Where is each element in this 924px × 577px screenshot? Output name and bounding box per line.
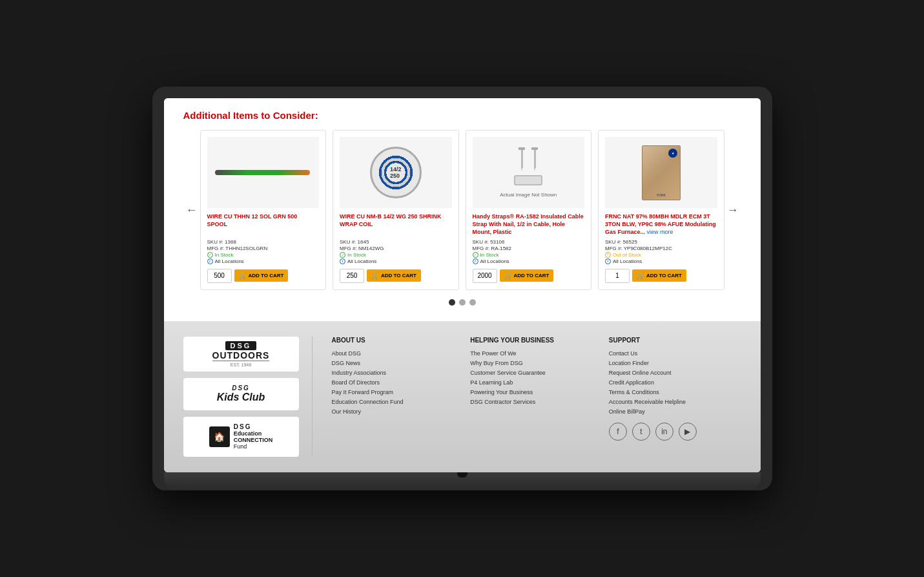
out-of-stock-icon <box>605 252 611 258</box>
product-image-wire-coil: 14/2250 <box>340 137 452 208</box>
location-cable-strap: All Locations <box>473 258 585 264</box>
twitter-button[interactable]: t <box>632 423 650 441</box>
view-more-link[interactable]: view more <box>647 229 673 235</box>
about-us-title: ABOUT US <box>332 337 458 344</box>
product-sku-wire-coil: SKU #: 1645 <box>340 239 452 245</box>
energy-star-badge: ★ <box>668 149 677 158</box>
edu-connection: CONNECTION <box>234 437 273 443</box>
dsg-news-link[interactable]: DSG News <box>332 360 458 366</box>
linkedin-button[interactable]: in <box>655 423 673 441</box>
in-stock-icon <box>207 252 213 258</box>
cart-icon: 🛒 <box>371 272 379 279</box>
cart-row-furnace: 🛒 ADD TO CART <box>605 269 717 283</box>
accounts-receivable-link[interactable]: Accounts Receivable Helpline <box>609 399 735 405</box>
product-mfg-cable-strap: MFG #: RA-1582 <box>473 246 585 251</box>
education-connection-logo: 🏠 DSG Education CONNECTION Fund <box>183 417 299 457</box>
customer-service-link[interactable]: Customer Service Guarantee <box>470 370 596 376</box>
edu-icon: 🏠 <box>214 432 225 442</box>
dsg-outdoors-logo: DSG OUTDOORS EST. 1948 <box>183 337 299 372</box>
additional-items-section: Additional Items to Consider: ← WIRE CU … <box>164 98 761 320</box>
laptop-base <box>164 472 761 490</box>
industry-associations-link[interactable]: Industry Associations <box>332 370 458 376</box>
cart-icon: 🛒 <box>637 272 644 279</box>
not-shown-text: Actual Image Not Shown <box>500 192 557 198</box>
add-to-cart-cable-strap[interactable]: 🛒 ADD TO CART <box>500 269 554 282</box>
not-shown-placeholder: Actual Image Not Shown <box>473 137 585 208</box>
cart-row-wire-coil: 🛒 ADD TO CART <box>340 269 452 283</box>
product-mfg-wire-green: MFG #: THHN12SOLGRN <box>207 246 320 251</box>
product-image-cable-strap: Actual Image Not Shown <box>473 137 585 208</box>
add-to-cart-wire-coil[interactable]: 🛒 ADD TO CART <box>367 269 421 282</box>
location-wire-green: All Locations <box>207 258 320 264</box>
request-online-account-link[interactable]: Request Online Account <box>609 370 735 376</box>
qty-input-furnace[interactable] <box>605 269 630 283</box>
footer-col-support: SUPPORT Contact Us Location Finder Reque… <box>602 337 741 457</box>
qty-input-cable-strap[interactable] <box>473 269 497 283</box>
carousel-dots <box>183 299 741 306</box>
dsg-label: DSG <box>225 341 257 350</box>
location-icon <box>473 258 478 264</box>
kids-club-logo: DSG Kids Club <box>183 378 299 410</box>
edu-text: DSG Education CONNECTION Fund <box>234 423 273 450</box>
edu-icon-box: 🏠 <box>209 426 230 447</box>
cart-icon: 🛒 <box>504 272 512 279</box>
powering-business-link[interactable]: Powering Your Business <box>470 389 596 395</box>
edu-fund: Fund <box>234 443 273 450</box>
product-card-wire-green: WIRE CU THHN 12 SOL GRN 500 SPOOL SKU #:… <box>200 130 327 289</box>
stock-in-wire-coil: In Stock <box>340 252 452 258</box>
cart-icon: 🛒 <box>239 272 247 279</box>
cart-row-cable-strap: 🛒 ADD TO CART <box>473 269 585 283</box>
our-history-link[interactable]: Our History <box>332 408 458 415</box>
location-finder-link[interactable]: Location Finder <box>609 360 735 366</box>
carousel-next-button[interactable]: → <box>724 201 741 220</box>
carousel-dot-3[interactable] <box>469 299 476 306</box>
add-to-cart-furnace[interactable]: 🛒 ADD TO CART <box>632 269 686 282</box>
product-sku-furnace: SKU #: 56525 <box>605 239 717 245</box>
nail-visual-1 <box>518 147 525 171</box>
dsg-kids-label: DSG <box>232 384 250 392</box>
edu-education: Education <box>234 430 273 437</box>
qty-input-wire-coil[interactable] <box>340 269 364 283</box>
why-buy-link[interactable]: Why Buy From DSG <box>470 360 596 366</box>
helping-title: HELPING YOUR BUSINESS <box>470 337 596 344</box>
product-title-cable-strap: Handy Straps® RA-1582 Insulated Cable St… <box>473 213 585 236</box>
products-grid: WIRE CU THHN 12 SOL GRN 500 SPOOL SKU #:… <box>200 130 724 289</box>
pay-it-forward-link[interactable]: Pay It Forward Program <box>332 389 458 395</box>
carousel-prev-button[interactable]: ← <box>183 201 200 220</box>
furnace-brand-label: YORK <box>657 193 666 197</box>
product-title-furnace: FRNC NAT 97% 80MBH MDLR ECM 3T 3TON BLW,… <box>605 213 717 236</box>
nail-visual-2 <box>531 147 538 171</box>
footer-logos: DSG OUTDOORS EST. 1948 DSG Kids Club <box>183 337 313 457</box>
product-sku-cable-strap: SKU #: 53106 <box>473 239 585 245</box>
youtube-button[interactable]: ▶ <box>679 423 697 441</box>
terms-conditions-link[interactable]: Terms & Conditions <box>609 389 735 395</box>
education-connection-fund-link[interactable]: Education Connection Fund <box>332 399 458 405</box>
online-billpay-link[interactable]: Online BillPay <box>609 408 735 415</box>
carousel-dot-2[interactable] <box>459 299 466 306</box>
board-of-directors-link[interactable]: Board Of Directors <box>332 379 458 386</box>
contractor-services-link[interactable]: DSG Contractor Services <box>470 399 596 405</box>
facebook-button[interactable]: f <box>609 423 627 441</box>
location-furnace: All Locations <box>605 258 717 264</box>
kids-club-logo-visual: DSG Kids Club <box>217 382 265 406</box>
location-icon <box>207 258 213 264</box>
laptop-frame: Additional Items to Consider: ← WIRE CU … <box>152 87 772 490</box>
p4-learning-link[interactable]: P4 Learning Lab <box>470 379 596 386</box>
footer-col-about-us: ABOUT US About DSG DSG News Industry Ass… <box>325 337 464 457</box>
about-dsg-link[interactable]: About DSG <box>332 350 458 357</box>
credit-application-link[interactable]: Credit Application <box>609 379 735 386</box>
power-of-we-link[interactable]: The Power Of We <box>470 350 596 357</box>
in-stock-icon <box>340 252 345 258</box>
footer-col-helping: HELPING YOUR BUSINESS The Power Of We Wh… <box>464 337 602 457</box>
dsg-outdoors-logo-visual: DSG OUTDOORS EST. 1948 <box>212 341 270 368</box>
kids-club-label: Kids Club <box>217 392 265 403</box>
footer: DSG OUTDOORS EST. 1948 DSG Kids Club <box>164 321 761 472</box>
add-to-cart-wire-green[interactable]: 🛒 ADD TO CART <box>234 269 289 282</box>
education-connection-visual: 🏠 DSG Education CONNECTION Fund <box>209 421 273 453</box>
qty-input-wire-green[interactable] <box>207 269 232 283</box>
contact-us-link[interactable]: Contact Us <box>609 350 735 357</box>
carousel-dot-1[interactable] <box>449 299 455 306</box>
wire-coil-visual: 14/2250 <box>370 147 422 198</box>
location-icon <box>605 258 611 264</box>
laptop-notch <box>457 472 467 477</box>
